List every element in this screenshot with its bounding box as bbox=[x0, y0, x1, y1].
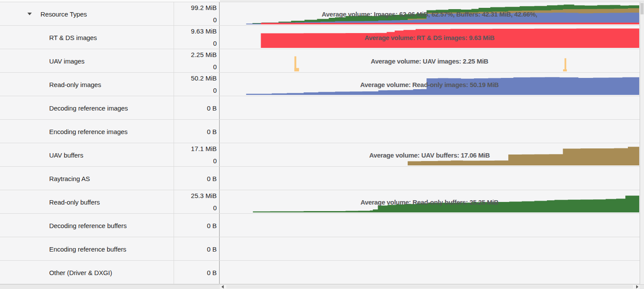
vertical-scrollbar[interactable] bbox=[640, 2, 644, 284]
resource-table: Resource Types 99.2 MiB 0 Average volume… bbox=[0, 2, 644, 284]
row-other-driver-dxgi: Other (Driver & DXGI) 0 B bbox=[0, 261, 644, 284]
memory-profiler-window: Resource Types 99.2 MiB 0 Average volume… bbox=[0, 0, 644, 289]
row-read-only-images: Read-only images 50.2 MiB 0 Average volu… bbox=[0, 73, 644, 96]
row-decoding-reference-images: Decoding reference images 0 B bbox=[0, 96, 644, 120]
row-label-cell[interactable]: UAV buffers bbox=[0, 143, 174, 166]
clipped-row-left bbox=[0, 0, 220, 2]
row-uav-buffers: UAV buffers 17.1 MiB 0 Average volume: U… bbox=[0, 143, 644, 167]
row-label-cell[interactable]: Encoding reference images bbox=[0, 120, 174, 143]
row-label-cell[interactable]: Read-only buffers bbox=[0, 190, 174, 213]
row-chart[interactable]: Average volume: Images: 62.06 MiB, 62.57… bbox=[220, 2, 644, 25]
row-min-value: 0 bbox=[213, 157, 217, 165]
row-chart[interactable] bbox=[220, 167, 644, 190]
row-chart[interactable]: Average volume: UAV images: 2.25 MiB bbox=[220, 49, 644, 72]
vertical-scrollbar-thumb[interactable] bbox=[641, 3, 644, 14]
scroll-right-arrow-icon bbox=[636, 285, 638, 289]
row-value-cell: 2.25 MiB 0 bbox=[174, 49, 218, 72]
row-value-cell: 9.63 MiB 0 bbox=[174, 26, 218, 49]
row-chart[interactable] bbox=[220, 214, 644, 237]
row-label-cell[interactable]: Decoding reference buffers bbox=[0, 214, 174, 237]
row-label-cell[interactable]: RT & DS images bbox=[0, 26, 174, 49]
row-value-cell: 0 B bbox=[174, 214, 218, 237]
volume-chart bbox=[220, 143, 639, 166]
scrollbar-left-filler bbox=[0, 284, 220, 289]
row-value-cell: 17.1 MiB 0 bbox=[174, 143, 218, 166]
row-uav-images: UAV images 2.25 MiB 0 Average volume: UA… bbox=[0, 49, 644, 73]
horizontal-scrollbar-thumb[interactable] bbox=[226, 285, 633, 289]
row-chart[interactable] bbox=[220, 120, 644, 143]
row-decoding-reference-buffers: Decoding reference buffers 0 B bbox=[0, 214, 644, 237]
row-value: 0 B bbox=[207, 222, 217, 229]
row-label: Read-only images bbox=[49, 81, 101, 88]
volume-chart bbox=[220, 26, 639, 49]
row-label: Encoding reference buffers bbox=[49, 245, 126, 252]
row-value-cell: 0 B bbox=[174, 237, 218, 260]
row-value: 0 B bbox=[207, 128, 217, 135]
row-encoding-reference-images: Encoding reference images 0 B bbox=[0, 120, 644, 143]
row-label-cell[interactable]: Raytracing AS bbox=[0, 167, 174, 190]
row-label-cell[interactable]: Other (Driver & DXGI) bbox=[0, 261, 174, 284]
row-chart[interactable]: Average volume: UAV buffers: 17.06 MiB bbox=[220, 143, 644, 166]
row-label: RT & DS images bbox=[49, 34, 97, 41]
row-value-cell: 25.3 MiB 0 bbox=[174, 190, 218, 213]
scroll-left-button[interactable] bbox=[220, 284, 225, 289]
row-max-value: 17.1 MiB bbox=[191, 145, 217, 152]
row-label-cell[interactable]: UAV images bbox=[0, 49, 174, 72]
row-min-value: 0 bbox=[213, 87, 217, 94]
row-value: 0 B bbox=[207, 245, 217, 252]
clipped-row-chart bbox=[220, 0, 644, 2]
row-chart[interactable] bbox=[220, 237, 644, 260]
row-value-cell: 0 B bbox=[174, 96, 218, 119]
horizontal-scrollbar-track[interactable] bbox=[225, 284, 634, 289]
row-value-cell: 0 B bbox=[174, 120, 218, 143]
row-label: Read-only buffers bbox=[49, 198, 100, 205]
row-max-value: 99.2 MiB bbox=[191, 4, 217, 11]
row-max-value: 25.3 MiB bbox=[191, 192, 217, 199]
row-chart[interactable] bbox=[220, 96, 644, 119]
row-value-cell: 0 B bbox=[174, 261, 218, 284]
row-chart[interactable] bbox=[220, 261, 644, 284]
row-chart[interactable]: Average volume: Read-only buffers: 25.25… bbox=[220, 190, 644, 213]
volume-chart bbox=[220, 49, 639, 72]
row-min-value: 0 bbox=[213, 16, 217, 24]
row-max-value: 50.2 MiB bbox=[191, 74, 217, 82]
row-value: 0 B bbox=[207, 104, 217, 111]
row-label: Resource Types bbox=[40, 10, 87, 17]
chevron-down-icon[interactable] bbox=[27, 13, 32, 15]
row-value: 0 B bbox=[207, 269, 217, 276]
row-label: Decoding reference images bbox=[49, 104, 128, 111]
horizontal-scrollbar[interactable] bbox=[0, 284, 644, 289]
scroll-left-arrow-icon bbox=[221, 285, 224, 289]
row-value-cell: 0 B bbox=[174, 167, 218, 190]
row-encoding-reference-buffers: Encoding reference buffers 0 B bbox=[0, 237, 644, 261]
row-label: UAV images bbox=[49, 57, 84, 64]
row-min-value: 0 bbox=[213, 63, 217, 71]
row-label-cell[interactable]: Read-only images bbox=[0, 73, 174, 96]
scroll-right-button[interactable] bbox=[634, 284, 640, 289]
row-min-value: 0 bbox=[213, 40, 217, 47]
row-max-value: 9.63 MiB bbox=[191, 27, 217, 35]
volume-chart bbox=[220, 2, 639, 25]
row-label-cell[interactable]: Resource Types bbox=[0, 2, 174, 25]
row-min-value: 0 bbox=[213, 204, 217, 212]
row-chart[interactable]: Average volume: Read-only images: 50.19 … bbox=[220, 73, 644, 96]
row-value-cell: 50.2 MiB 0 bbox=[174, 73, 218, 96]
row-label: Decoding reference buffers bbox=[49, 222, 127, 229]
row-label: UAV buffers bbox=[49, 151, 83, 158]
volume-chart bbox=[220, 73, 639, 96]
row-chart[interactable]: Average volume: RT & DS images: 9.63 MiB bbox=[220, 26, 644, 49]
row-label: Raytracing AS bbox=[49, 175, 90, 182]
row-resource-types: Resource Types 99.2 MiB 0 Average volume… bbox=[0, 2, 644, 26]
row-label: Other (Driver & DXGI) bbox=[49, 269, 112, 276]
scrollbar-corner bbox=[640, 284, 644, 289]
volume-chart bbox=[220, 190, 639, 213]
row-label: Encoding reference images bbox=[49, 128, 127, 135]
row-label-cell[interactable]: Encoding reference buffers bbox=[0, 237, 174, 260]
row-label-cell[interactable]: Decoding reference images bbox=[0, 96, 174, 119]
row-raytracing-as: Raytracing AS 0 B bbox=[0, 167, 644, 190]
row-max-value: 2.25 MiB bbox=[191, 51, 217, 58]
row-rt-ds-images: RT & DS images 9.63 MiB 0 Average volume… bbox=[0, 26, 644, 49]
row-read-only-buffers: Read-only buffers 25.3 MiB 0 Average vol… bbox=[0, 190, 644, 214]
row-value: 0 B bbox=[207, 175, 217, 182]
row-value-cell: 99.2 MiB 0 bbox=[174, 2, 218, 25]
